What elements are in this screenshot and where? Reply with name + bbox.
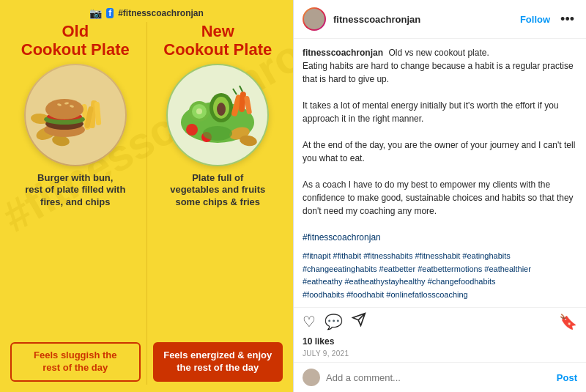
comment-button[interactable]: 💬 [324, 313, 343, 330]
new-desc: Plate full ofvegetables and fruitssome c… [170, 172, 265, 337]
svg-point-12 [45, 99, 84, 119]
svg-point-20 [196, 108, 202, 114]
follow-button[interactable]: Follow [520, 14, 550, 25]
old-plate [24, 64, 127, 166]
caption-block: fitnesscoachronjan Old vs new cookout pl… [303, 46, 577, 244]
share-button[interactable] [352, 312, 366, 330]
new-feeling: Feels energized & enjoythe rest of the d… [153, 342, 283, 382]
svg-point-23 [217, 103, 226, 116]
instagram-icon: 📷 [89, 7, 102, 19]
old-desc: Burger with bun,rest of plate filled wit… [25, 172, 125, 337]
comment-row: Post [294, 362, 586, 392]
sidebar-header: fitnesscoachronjan Follow ••• [294, 0, 586, 39]
more-options-button[interactable]: ••• [557, 12, 577, 27]
caption-username[interactable]: fitnesscoachronjan [303, 48, 383, 58]
like-button[interactable]: ♡ [303, 313, 316, 330]
svg-point-29 [186, 124, 198, 136]
comment-input[interactable] [326, 372, 551, 383]
svg-point-33 [203, 126, 232, 141]
actions-row: ♡ 💬 🔖 [294, 307, 586, 335]
handle-text: #fitnesscoachronjan [118, 8, 204, 18]
caption-area: fitnesscoachronjan Old vs new cookout pl… [294, 39, 586, 307]
old-column: OldCookout Plate [6, 22, 145, 385]
post-date: July 9, 2021 [294, 350, 586, 362]
old-feeling: Feels sluggish therest of the day [10, 342, 141, 382]
avatar [303, 7, 326, 31]
top-bar: 📷 f #fitnesscoachronjan [89, 7, 204, 19]
sidebar: fitnesscoachronjan Follow ••• fitnesscoa… [293, 0, 586, 392]
new-column: NewCookout Plate [149, 22, 288, 385]
post-comment-button[interactable]: Post [557, 372, 577, 383]
post-image: #fitnesscoachronjan 📷 f #fitnesscoachron… [0, 0, 293, 392]
commenter-avatar [303, 369, 320, 386]
facebook-icon: f [106, 8, 114, 18]
new-title: NewCookout Plate [163, 22, 272, 59]
new-plate [166, 64, 269, 166]
hashtags: #fitnapit #fithabit #fitnesshabits #fitn… [303, 250, 577, 301]
header-username: fitnesscoachronjan [333, 14, 513, 25]
likes-count: 10 likes [294, 335, 586, 350]
caption-text: Old vs new cookout plate. Eating habits … [303, 48, 575, 243]
col-divider [146, 22, 147, 385]
content-area: OldCookout Plate [6, 22, 287, 385]
bookmark-button[interactable]: 🔖 [559, 313, 577, 330]
old-title: OldCookout Plate [21, 22, 130, 59]
